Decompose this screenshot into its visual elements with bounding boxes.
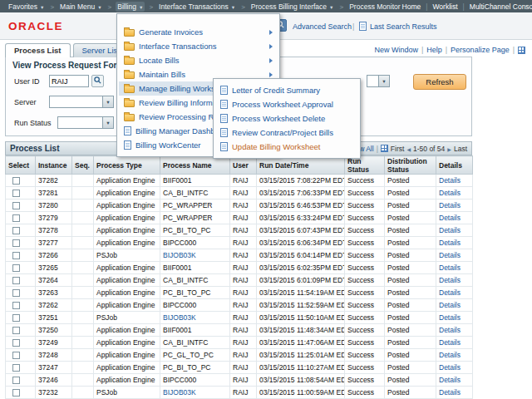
- cell-run-datetime: 03/15/2015 6:33:24PM EDT: [257, 212, 345, 224]
- refresh-button[interactable]: Refresh: [413, 74, 466, 90]
- row-select-checkbox[interactable]: [12, 252, 20, 259]
- details-link[interactable]: Details: [439, 288, 461, 297]
- user-id-lookup-button[interactable]: [91, 75, 104, 87]
- row-select-checkbox[interactable]: [12, 289, 20, 297]
- cell-run-status: Success: [345, 200, 385, 212]
- help-link[interactable]: Help: [426, 46, 442, 54]
- breadcrumb-item-process-monitor[interactable]: Process Monitor: [347, 2, 401, 12]
- details-link[interactable]: Details: [439, 313, 461, 322]
- cell-distribution-status: Posted: [385, 175, 436, 187]
- submenu-item-process-worksheet-delete[interactable]: Process Worksheet Delete: [215, 111, 358, 126]
- cell-seq: [72, 224, 94, 237]
- details-link[interactable]: Details: [439, 351, 461, 359]
- new-window-link[interactable]: New Window: [374, 46, 418, 54]
- row-select-checkbox[interactable]: [12, 264, 20, 272]
- row-select-checkbox[interactable]: [12, 227, 20, 234]
- row-select-checkbox[interactable]: [12, 214, 20, 222]
- details-link[interactable]: Details: [439, 326, 461, 334]
- toplink-home[interactable]: Home: [402, 2, 421, 11]
- cell-process-type: Application Engine: [94, 187, 160, 200]
- menu-item-generate-invoices[interactable]: Generate Invoices: [119, 25, 278, 39]
- details-link[interactable]: Details: [439, 201, 461, 209]
- copy-url-icon[interactable]: [518, 47, 525, 54]
- cell-process-name: PC_WRAPPER: [160, 212, 230, 224]
- cell-details: Details: [436, 212, 473, 224]
- pagination-range: 1-50 of 54: [413, 145, 445, 153]
- row-select-checkbox[interactable]: [12, 389, 20, 397]
- row-select-checkbox[interactable]: [12, 327, 20, 334]
- details-link[interactable]: Details: [439, 189, 461, 197]
- pagination-first[interactable]: First: [391, 145, 405, 153]
- process-name-text: PC_BI_TO_PC: [163, 363, 210, 372]
- cell-process-type: Application Engine: [94, 212, 160, 224]
- toplink-multichannel-console[interactable]: MultiChannel Console: [470, 2, 532, 11]
- tab-process-list[interactable]: Process List: [5, 43, 71, 57]
- submenu-item-review-contract-project-bills[interactable]: Review Contract/Project Bills: [215, 126, 358, 140]
- details-link[interactable]: Details: [439, 239, 461, 247]
- cell-run-datetime: 03/15/2015 11:54:19AM EDT: [257, 287, 345, 299]
- row-select-checkbox[interactable]: [12, 364, 20, 372]
- row-select-checkbox[interactable]: [12, 352, 20, 359]
- row-select-checkbox[interactable]: [12, 190, 20, 197]
- breadcrumb-item-billing[interactable]: Billing: [116, 2, 145, 12]
- details-link[interactable]: Details: [439, 376, 461, 384]
- details-link[interactable]: Details: [439, 214, 461, 222]
- cell-select: [6, 312, 36, 324]
- details-link[interactable]: Details: [439, 226, 461, 234]
- process-name-link[interactable]: BIJOB03K: [163, 313, 196, 322]
- details-link[interactable]: Details: [439, 301, 461, 309]
- cell-details: Details: [436, 299, 473, 312]
- cell-run-status: Success: [345, 237, 385, 249]
- table-row: 37264Application EngineCA_BI_INTFCRAIJ03…: [6, 274, 473, 287]
- run-status-select[interactable]: [57, 116, 114, 129]
- details-link[interactable]: Details: [439, 276, 461, 284]
- submenu-item-label: Review Contract/Project Bills: [232, 128, 333, 137]
- breadcrumb-item-favorites[interactable]: Favorites: [7, 2, 46, 12]
- breadcrumb-item-main-menu[interactable]: Main Menu: [58, 2, 104, 12]
- menu-item-interface-transactions[interactable]: Interface Transactions: [119, 39, 278, 53]
- details-link[interactable]: Details: [439, 176, 461, 185]
- row-select-checkbox[interactable]: [12, 202, 20, 209]
- breadcrumb-item-interface-transactions[interactable]: Interface Transactions: [157, 2, 237, 12]
- personalize-page-link[interactable]: Personalize Page: [451, 46, 510, 54]
- breadcrumb-item-process-billing-interface[interactable]: Process Billing Interface: [249, 2, 336, 12]
- process-name-link[interactable]: BIJOB03K: [163, 251, 196, 259]
- previous-page-icon[interactable]: [406, 145, 411, 153]
- last-search-results-link[interactable]: Last Search Results: [370, 22, 437, 31]
- process-name-link[interactable]: BIJOB03K: [163, 388, 196, 397]
- menu-item-locate-bills[interactable]: Locate Bills: [119, 53, 278, 67]
- cell-instance: 37232: [36, 387, 72, 399]
- table-row: 37280Application EnginePC_WRAPPERRAIJ03/…: [6, 200, 473, 212]
- cell-process-type: Application Engine: [94, 200, 160, 212]
- cell-process-type: PSJob: [94, 312, 160, 324]
- cell-run-datetime: 03/15/2015 11:00:59AM EDT: [257, 387, 345, 399]
- cell-process-type: Application Engine: [94, 324, 160, 337]
- row-select-checkbox[interactable]: [12, 339, 20, 347]
- row-select-checkbox[interactable]: [12, 302, 20, 309]
- details-link[interactable]: Details: [439, 388, 461, 397]
- submenu-item-update-billing-worksheet[interactable]: Update Billing Worksheet: [215, 140, 358, 154]
- server-select[interactable]: [49, 96, 114, 108]
- cell-run-status: Success: [345, 312, 385, 324]
- advanced-search-link[interactable]: Advanced Search: [293, 22, 352, 31]
- submenu-item-letter-of-credit-summary[interactable]: Letter of Credit Summary: [215, 83, 358, 97]
- row-select-checkbox[interactable]: [12, 377, 20, 384]
- details-link[interactable]: Details: [439, 264, 461, 272]
- submenu-item-process-worksheet-approval[interactable]: Process Worksheet Approval: [215, 97, 358, 111]
- pagination-last[interactable]: Last: [454, 145, 467, 153]
- cell-select: [6, 224, 36, 237]
- last-range-select[interactable]: [367, 75, 390, 87]
- cell-user: RAIJ: [230, 337, 257, 349]
- row-select-checkbox[interactable]: [12, 177, 20, 185]
- details-link[interactable]: Details: [439, 251, 461, 259]
- toplink-worklist[interactable]: Worklist: [433, 2, 458, 11]
- details-link[interactable]: Details: [439, 338, 461, 347]
- row-select-checkbox[interactable]: [12, 239, 20, 247]
- details-link[interactable]: Details: [439, 363, 461, 372]
- row-select-checkbox[interactable]: [12, 277, 20, 284]
- cell-user: RAIJ: [230, 224, 257, 237]
- grid-popout-icon[interactable]: [381, 145, 388, 152]
- row-select-checkbox[interactable]: [12, 314, 20, 322]
- user-id-input[interactable]: [49, 75, 89, 87]
- next-page-icon[interactable]: [447, 145, 451, 153]
